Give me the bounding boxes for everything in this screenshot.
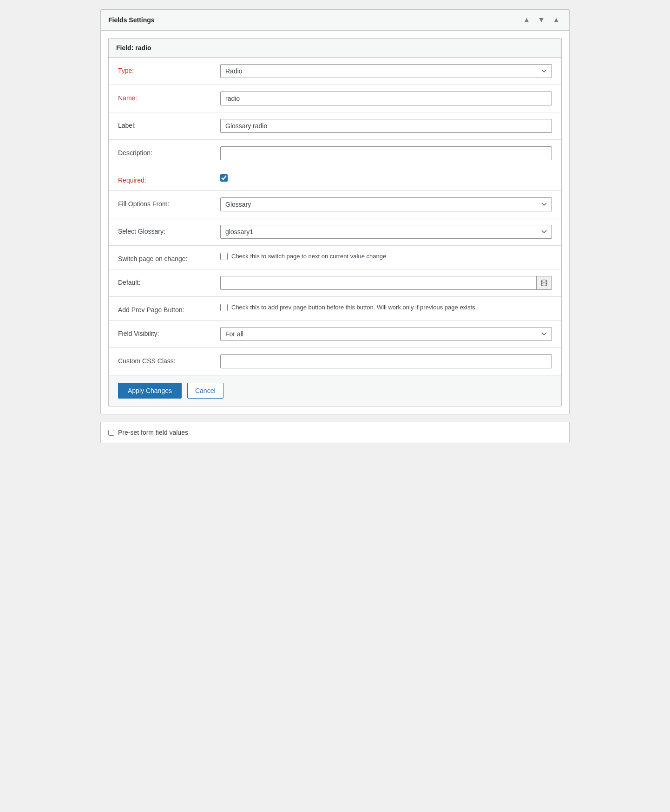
switch-page-checkbox-wrapper: Check this to switch page to next on cur… [220,252,552,261]
svg-point-0 [541,280,547,282]
collapse-button[interactable]: ▲ [551,15,562,25]
control-required [220,174,552,182]
control-default [220,276,552,290]
add-prev-page-checkbox-wrapper: Check this to add prev page button befor… [220,303,552,312]
label-input[interactable] [220,119,552,133]
add-prev-page-checkbox[interactable] [220,304,228,311]
control-label [220,119,552,133]
apply-changes-button[interactable]: Apply Changes [118,383,182,399]
actions-row: Apply Changes Cancel [109,375,561,406]
label-switch-page: Switch page on change: [118,252,220,262]
label-add-prev-page: Add Prev Page Button: [118,303,220,314]
switch-page-label: Check this to switch page to next on cur… [231,252,386,261]
preset-label: Pre-set form field values [118,429,188,436]
type-select[interactable]: Radio Text Textarea Checkbox Select File [220,64,552,78]
label-type: Type: [118,64,220,74]
default-db-icon[interactable] [536,276,552,289]
fill-options-select[interactable]: Glossary Manual Post Type Taxonomy [220,197,552,211]
row-select-glossary: Select Glossary: glossary1 glossary2 glo… [109,218,561,246]
label-required: Required: [118,174,220,184]
control-name [220,92,552,105]
preset-checkbox[interactable] [108,430,114,436]
switch-page-checkbox[interactable] [220,253,228,260]
control-type: Radio Text Textarea Checkbox Select File [220,64,552,78]
description-input[interactable] [220,146,552,160]
row-add-prev-page: Add Prev Page Button: Check this to add … [109,297,561,321]
row-switch-page: Switch page on change: Check this to swi… [109,246,561,269]
required-checkbox-wrapper [220,174,552,182]
default-input[interactable] [221,276,536,289]
required-checkbox[interactable] [220,174,228,182]
label-label: Label: [118,119,220,129]
fields-settings-panel: Fields Settings ▲ ▼ ▲ Field: radio Type:… [100,9,570,414]
database-icon [540,279,548,287]
default-input-wrapper [220,276,552,290]
label-field-visibility: Field Visibility: [118,327,220,337]
cancel-button[interactable]: Cancel [187,383,223,399]
control-add-prev-page: Check this to add prev page button befor… [220,303,552,312]
row-label: Label: [109,112,561,140]
row-default: Default: [109,269,561,297]
preset-row: Pre-set form field values [108,429,562,436]
add-prev-page-label: Check this to add prev page button befor… [231,303,475,312]
row-type: Type: Radio Text Textarea Checkbox Selec… [109,58,561,85]
field-card-title: Field: radio [116,44,151,52]
row-name: Name: [109,85,561,112]
move-down-button[interactable]: ▼ [536,15,547,25]
field-card: Field: radio Type: Radio Text Textarea C… [108,38,562,406]
label-name: Name: [118,92,220,102]
row-description: Description: [109,140,561,167]
field-card-header: Field: radio [109,39,561,58]
move-up-button[interactable]: ▲ [521,15,532,25]
label-select-glossary: Select Glossary: [118,225,220,235]
row-fill-options: Fill Options From: Glossary Manual Post … [109,191,561,218]
control-field-visibility: For all Logged in Logged out [220,327,552,341]
control-description [220,146,552,160]
panel-controls: ▲ ▼ ▲ [521,15,562,25]
name-input[interactable] [220,92,552,105]
control-custom-css [220,354,552,368]
row-field-visibility: Field Visibility: For all Logged in Logg… [109,321,561,348]
row-custom-css: Custom CSS Class: [109,348,561,375]
field-visibility-select[interactable]: For all Logged in Logged out [220,327,552,341]
control-select-glossary: glossary1 glossary2 glossary3 [220,225,552,239]
custom-css-input[interactable] [220,354,552,368]
preset-panel: Pre-set form field values [100,422,570,443]
glossary-select[interactable]: glossary1 glossary2 glossary3 [220,225,552,239]
label-default: Default: [118,276,220,286]
control-switch-page: Check this to switch page to next on cur… [220,252,552,261]
panel-header: Fields Settings ▲ ▼ ▲ [101,10,569,31]
label-description: Description: [118,146,220,157]
panel-title: Fields Settings [108,16,155,24]
row-required: Required: [109,167,561,191]
control-fill-options: Glossary Manual Post Type Taxonomy [220,197,552,211]
label-custom-css: Custom CSS Class: [118,354,220,365]
label-fill-options: Fill Options From: [118,197,220,208]
